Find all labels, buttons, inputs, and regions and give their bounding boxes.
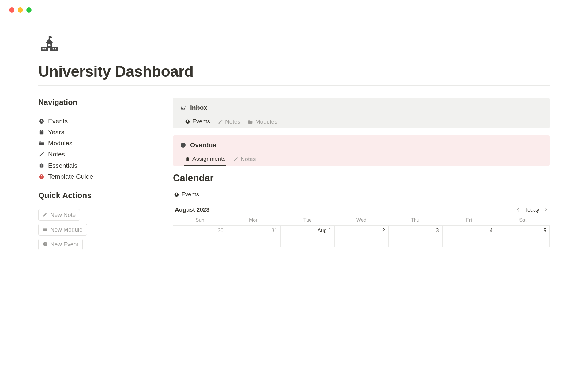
nav-label: Years <box>48 128 64 136</box>
quick-action-new-event[interactable]: New Event <box>38 239 83 250</box>
calendar-dow-sat: Sat <box>496 216 550 225</box>
folder-icon <box>248 119 253 125</box>
calendar-dow-wed: Wed <box>334 216 388 225</box>
nav-item-events[interactable]: Events <box>38 116 155 127</box>
calendar-icon <box>38 129 45 136</box>
calendar-dow-thu: Thu <box>388 216 442 225</box>
nav-label: Notes <box>48 151 65 158</box>
title-divider <box>38 85 550 86</box>
inbox-icon <box>180 104 187 111</box>
tab-label: Notes <box>225 118 240 125</box>
quick-action-new-note[interactable]: New Note <box>38 209 80 221</box>
inbox-tab-modules[interactable]: Modules <box>247 116 278 128</box>
calendar-dow-mon: Mon <box>227 216 281 225</box>
calendar-dow-sun: Sun <box>173 216 227 225</box>
calendar-dow-tue: Tue <box>281 216 334 225</box>
clock-icon <box>185 119 190 124</box>
page-icon-school[interactable] <box>38 34 550 57</box>
calendar-cell[interactable]: 5 <box>496 225 550 247</box>
calendar-today-button[interactable]: Today <box>525 207 539 213</box>
calendar-prev-button[interactable] <box>516 208 520 212</box>
calendar-cell[interactable]: 4 <box>442 225 496 247</box>
page-title: University Dashboard <box>38 63 550 80</box>
alert-icon <box>180 142 187 148</box>
tab-label: Modules <box>255 118 277 125</box>
inbox-title: Inbox <box>190 104 207 111</box>
box-icon <box>38 163 45 169</box>
nav-label: Modules <box>48 140 72 147</box>
calendar-heading: Calendar <box>173 173 550 184</box>
overdue-card: Overdue AssignmentsNotes <box>173 135 550 166</box>
quick-action-label: New Event <box>50 241 78 248</box>
clock-icon <box>174 192 179 197</box>
calendar-cell[interactable]: 31 <box>227 225 281 247</box>
inbox-card: Inbox EventsNotesModules <box>173 98 550 128</box>
nav-label: Template Guide <box>48 173 93 180</box>
nav-item-essentials[interactable]: Essentials <box>38 160 155 171</box>
clock-icon <box>43 241 48 248</box>
calendar-tab-events[interactable]: Events <box>173 189 200 201</box>
nav-label: Events <box>48 117 68 125</box>
quick-action-label: New Note <box>50 212 76 218</box>
nav-item-modules[interactable]: Modules <box>38 138 155 149</box>
pencil-icon <box>217 119 223 125</box>
calendar-cell[interactable]: 3 <box>388 225 442 247</box>
window-traffic-lights <box>0 0 588 13</box>
calendar-next-button[interactable] <box>544 208 548 212</box>
calendar-cell[interactable]: Aug 1 <box>281 225 334 247</box>
calendar-month-label: August 2023 <box>175 206 209 213</box>
help-red-icon <box>38 174 45 180</box>
nav-item-years[interactable]: Years <box>38 127 155 138</box>
tab-label: Events <box>192 118 210 125</box>
close-window-button[interactable] <box>9 7 14 13</box>
pencil-icon <box>233 156 239 162</box>
overdue-title: Overdue <box>190 141 216 149</box>
quick-action-new-module[interactable]: New Module <box>38 224 87 236</box>
quick-action-label: New Module <box>50 226 83 233</box>
calendar-cell[interactable]: 2 <box>334 225 388 247</box>
clock-icon <box>38 118 45 125</box>
clipboard-icon <box>185 156 190 162</box>
nav-item-template-guide[interactable]: Template Guide <box>38 171 155 182</box>
navigation-heading: Navigation <box>38 98 155 107</box>
overdue-tab-assignments[interactable]: Assignments <box>184 154 226 166</box>
overdue-tab-notes[interactable]: Notes <box>232 154 257 166</box>
folder-icon <box>38 140 45 147</box>
minimize-window-button[interactable] <box>18 7 23 13</box>
quick-actions-heading: Quick Actions <box>38 191 155 200</box>
inbox-tab-notes[interactable]: Notes <box>217 116 241 128</box>
navigation-divider <box>38 111 155 111</box>
calendar-cell[interactable]: 30 <box>173 225 227 247</box>
inbox-tab-events[interactable]: Events <box>184 116 211 128</box>
pencil-icon <box>43 212 48 218</box>
tab-label: Assignments <box>192 155 226 162</box>
tab-label: Notes <box>241 156 256 163</box>
nav-label: Essentials <box>48 162 77 169</box>
folder-icon <box>43 227 48 233</box>
nav-item-notes[interactable]: Notes <box>38 149 155 160</box>
pencil-icon <box>38 151 45 158</box>
maximize-window-button[interactable] <box>26 7 32 13</box>
quick-actions-divider <box>38 205 155 205</box>
calendar-tab-label: Events <box>181 191 199 198</box>
calendar-dow-fri: Fri <box>442 216 496 225</box>
